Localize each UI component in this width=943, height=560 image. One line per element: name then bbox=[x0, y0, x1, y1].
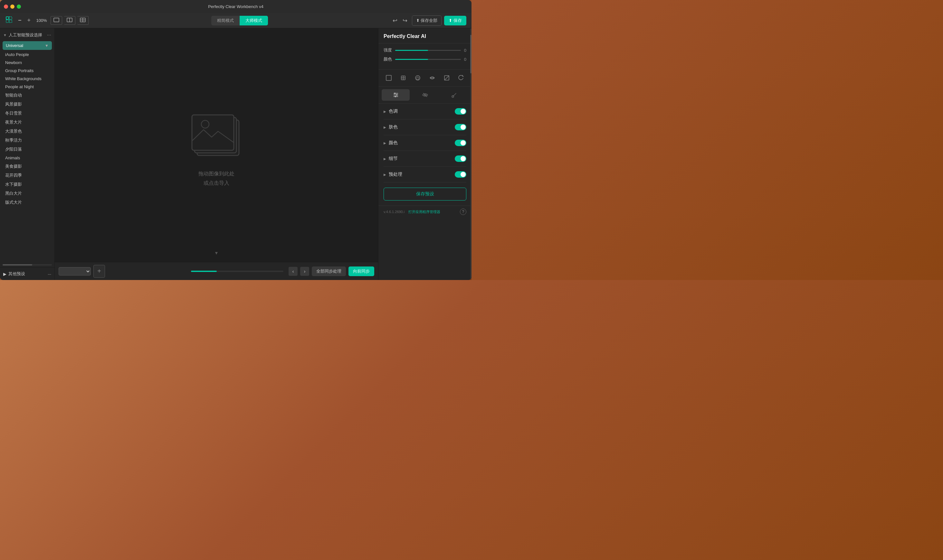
preprocess-expand-icon[interactable]: ▶ bbox=[384, 173, 386, 176]
lens-icon[interactable] bbox=[427, 73, 438, 83]
minimize-button[interactable] bbox=[10, 5, 14, 9]
drop-text: 拖动图像到此处 或点击导入 bbox=[199, 169, 234, 188]
tab-brush[interactable] bbox=[440, 89, 468, 101]
master-mode-button[interactable]: 大师模式 bbox=[240, 16, 268, 25]
preset-item-winter-snow[interactable]: 冬日雪景 bbox=[0, 109, 54, 118]
detail-toggle[interactable] bbox=[455, 155, 466, 162]
detail-row: ▶ 细节 bbox=[384, 151, 466, 167]
undo-redo-group: ↩ ↪ bbox=[391, 16, 409, 25]
color-fill bbox=[395, 59, 428, 60]
zoom-out-button[interactable]: − bbox=[16, 16, 23, 25]
zoom-level: 100% bbox=[34, 18, 49, 23]
transform-icon[interactable] bbox=[398, 73, 408, 83]
view-split-button[interactable] bbox=[64, 16, 76, 25]
preprocess-label: 预处理 bbox=[389, 172, 402, 177]
right-scrollbar-thumb[interactable] bbox=[470, 35, 471, 73]
color-adj-expand-icon[interactable]: ▶ bbox=[384, 141, 386, 145]
sync-all-button[interactable]: 全部同步处理 bbox=[312, 266, 346, 276]
tab-eye[interactable] bbox=[411, 89, 439, 101]
preset-item-people-at-night[interactable]: People at Night bbox=[0, 83, 54, 91]
view-single-button[interactable] bbox=[51, 16, 62, 25]
preset-item-bw[interactable]: 黑白大片 bbox=[0, 189, 54, 198]
color-adj-label: 颜色 bbox=[389, 140, 398, 146]
ai-presets-menu-icon[interactable]: ··· bbox=[47, 32, 51, 38]
preset-item-iauto-people[interactable]: iAuto People bbox=[0, 51, 54, 58]
tab-adjustments[interactable] bbox=[382, 89, 410, 101]
intensity-track[interactable] bbox=[395, 50, 461, 51]
save-button[interactable]: ⬆ 保存 bbox=[444, 16, 466, 25]
other-presets-expand-icon[interactable]: ▶ bbox=[3, 272, 6, 277]
canvas-main[interactable]: 拖动图像到此处 或点击导入 ▼ bbox=[55, 28, 378, 262]
thumbnail-strip: + bbox=[93, 265, 186, 278]
ai-presets-title: 人工智能预设选择 bbox=[9, 32, 42, 38]
drop-text-line2: 或点击导入 bbox=[199, 178, 234, 188]
zoom-in-button[interactable]: + bbox=[25, 16, 33, 25]
canvas-bottom-bar: + ‹ › 全部同步处理 向前同步 bbox=[55, 262, 378, 280]
save-all-button[interactable]: ⬆ 保存全部 bbox=[412, 15, 442, 26]
left-sidebar: ▼ 人工智能预设选择 ··· Universal ▼ iAuto People … bbox=[0, 28, 55, 280]
undo-button[interactable]: ↩ bbox=[391, 16, 399, 25]
enhance-icon[interactable] bbox=[413, 73, 423, 83]
rotate-icon[interactable] bbox=[456, 73, 466, 83]
selected-preset[interactable]: Universal ▼ bbox=[3, 41, 52, 50]
preset-item-underwater[interactable]: 水下摄影 bbox=[0, 180, 54, 189]
close-button[interactable] bbox=[4, 5, 8, 9]
svg-rect-3 bbox=[9, 20, 12, 23]
preprocess-toggle[interactable] bbox=[455, 171, 466, 178]
skin-expand-icon[interactable]: ▶ bbox=[384, 126, 386, 129]
color-track[interactable] bbox=[395, 59, 461, 60]
preset-item-flowers[interactable]: 花开四季 bbox=[0, 171, 54, 180]
color-row: ▶ 颜色 bbox=[384, 135, 466, 151]
save-preset-button[interactable]: 保存预设 bbox=[384, 188, 466, 200]
color-adj-toggle[interactable] bbox=[455, 140, 466, 146]
svg-rect-12 bbox=[192, 115, 234, 150]
adjustment-tabs bbox=[378, 86, 471, 104]
preset-item-sunset[interactable]: 夕阳日落 bbox=[0, 145, 54, 154]
window-title: Perfectly Clear Workbench v4 bbox=[208, 4, 263, 9]
next-image-button[interactable]: › bbox=[300, 267, 309, 276]
tone-toggle[interactable] bbox=[455, 108, 466, 115]
toolbar: − + 100% 精简模式 大师模式 ↩ ↪ ⬆ 保存全部 ⬆ 保存 bbox=[0, 13, 471, 28]
preset-item-night-scene[interactable]: 夜景大片 bbox=[0, 118, 54, 127]
preset-item-autumn[interactable]: 秋季活力 bbox=[0, 136, 54, 145]
tool-icons-row bbox=[378, 69, 471, 86]
svg-point-25 bbox=[395, 96, 396, 97]
preset-item-landscape[interactable]: 风景摄影 bbox=[0, 100, 54, 109]
detail-expand-icon[interactable]: ▶ bbox=[384, 157, 386, 161]
preset-item-white-backgrounds[interactable]: White Backgrounds bbox=[0, 75, 54, 83]
preset-item-food[interactable]: 美食摄影 bbox=[0, 162, 54, 171]
filename-select[interactable] bbox=[59, 267, 91, 275]
prev-image-button[interactable]: ‹ bbox=[288, 267, 297, 276]
preset-item-desert[interactable]: 大漠景色 bbox=[0, 127, 54, 136]
preset-item-smart-auto[interactable]: 智能自动 bbox=[0, 91, 54, 100]
other-presets-label: 其他预设 bbox=[8, 271, 25, 277]
intensity-label: 强度 bbox=[384, 47, 392, 53]
intensity-slider-row: 强度 0 bbox=[384, 47, 466, 53]
redo-button[interactable]: ↪ bbox=[401, 16, 409, 25]
other-presets-section: ▶ 其他预设 ··· bbox=[0, 268, 54, 280]
forward-sync-button[interactable]: 向前同步 bbox=[348, 266, 374, 276]
app-manager-link[interactable]: 打开应用程序管理器 bbox=[408, 210, 440, 214]
toolbar-right: ↩ ↪ ⬆ 保存全部 ⬆ 保存 bbox=[391, 15, 466, 26]
tone-expand-icon[interactable]: ▶ bbox=[384, 110, 386, 113]
preset-item-poster[interactable]: 版式大片 bbox=[0, 198, 54, 207]
ai-presets-collapse-icon[interactable]: ▼ bbox=[3, 33, 7, 37]
skin-toggle[interactable] bbox=[455, 124, 466, 130]
intensity-value: 0 bbox=[464, 48, 466, 53]
image-placeholder-icon bbox=[184, 102, 249, 167]
add-image-button[interactable]: + bbox=[93, 265, 105, 278]
crop-icon[interactable] bbox=[384, 73, 394, 83]
simple-mode-button[interactable]: 精简模式 bbox=[211, 16, 240, 25]
svg-rect-4 bbox=[54, 18, 59, 22]
other-presets-menu-icon[interactable]: ··· bbox=[48, 272, 51, 277]
preset-item-group-portraits[interactable]: Group Portraits bbox=[0, 67, 54, 75]
canvas-area: 拖动图像到此处 或点击导入 ▼ + bbox=[55, 28, 378, 280]
exposure-icon[interactable] bbox=[442, 73, 452, 83]
drop-text-line1: 拖动图像到此处 bbox=[199, 169, 234, 178]
preset-item-newborn[interactable]: Newborn bbox=[0, 58, 54, 67]
svg-rect-0 bbox=[6, 17, 9, 19]
preset-item-animals[interactable]: Animals bbox=[0, 154, 54, 162]
maximize-button[interactable] bbox=[17, 5, 21, 9]
view-grid-button[interactable] bbox=[77, 16, 89, 25]
help-button[interactable]: ? bbox=[460, 209, 466, 215]
